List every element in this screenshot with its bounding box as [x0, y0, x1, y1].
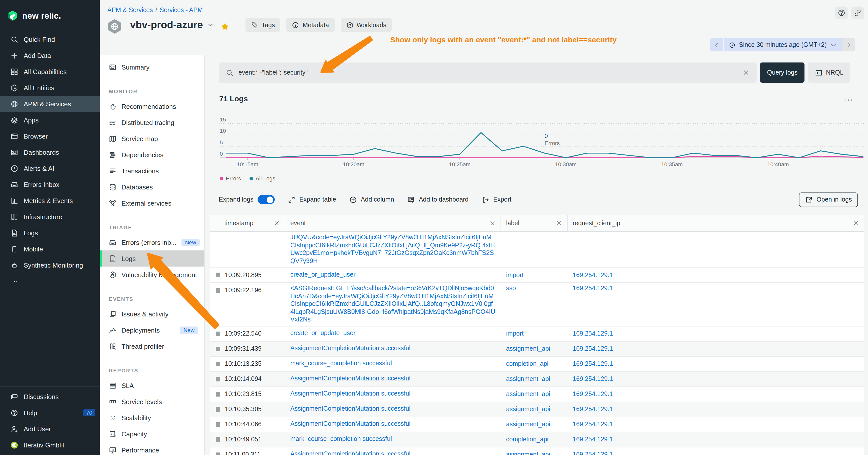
- subnav-item-logs[interactable]: Logs: [100, 251, 204, 266]
- clear-query-icon[interactable]: [743, 69, 749, 76]
- event-link[interactable]: AssignmentCompletionMutation successful: [290, 405, 410, 413]
- remove-column-icon[interactable]: [853, 220, 859, 226]
- log-row[interactable]: 10:10:13.235mark_course_completion succe…: [210, 357, 864, 371]
- event-link[interactable]: AssignmentCompletionMutation successful: [290, 390, 410, 397]
- entity-title[interactable]: vbv-prod-azure: [130, 19, 214, 31]
- subnav-item-distributed-tracing[interactable]: Distributed tracing: [100, 115, 204, 130]
- event-link[interactable]: JUQVU&code=eyJraWQiOiJjcGltY29yZV8wOTI1M…: [290, 234, 495, 264]
- subnav-item-capacity[interactable]: Capacity: [100, 426, 204, 442]
- label-link[interactable]: assignment_api: [506, 390, 550, 397]
- sidebar-item-apps[interactable]: Apps: [0, 112, 100, 128]
- event-link[interactable]: AssignmentCompletionMutation successful: [290, 345, 410, 352]
- sidebar-item-add-data[interactable]: Add Data: [0, 47, 100, 64]
- log-row[interactable]: 10:09:22.196<ASGIRequest: GET '/sso/call…: [210, 283, 864, 326]
- log-row[interactable]: 10:09:31.439AssignmentCompletionMutation…: [210, 342, 864, 357]
- sidebar-item-metrics-events[interactable]: Metrics & Events: [0, 193, 100, 208]
- sidebar-item-iterativ-gmbh[interactable]: Iterativ GmbH: [0, 437, 100, 453]
- metadata-button[interactable]: Metadata: [286, 18, 335, 32]
- log-row[interactable]: 10:09:20.895create_or_update_userimport1…: [210, 267, 864, 283]
- label-link[interactable]: import: [506, 330, 524, 337]
- ip-link[interactable]: 169.254.129.1: [572, 376, 613, 383]
- sidebar-item-add-user[interactable]: Add User: [0, 421, 100, 437]
- expand-table-button[interactable]: Expand table: [288, 196, 336, 203]
- add-column-button[interactable]: Add column: [349, 196, 394, 203]
- subnav-item-performance[interactable]: Performance: [100, 442, 204, 455]
- remove-column-icon[interactable]: [490, 220, 496, 226]
- more-options-icon[interactable]: [844, 96, 853, 104]
- subnav-item-external-services[interactable]: External services: [100, 195, 204, 211]
- log-row[interactable]: JUQVU&code=eyJraWQiOiJjcGltY29yZV8wOTI1M…: [210, 232, 864, 267]
- toggle-on-icon[interactable]: [257, 195, 275, 204]
- tags-button[interactable]: Tags: [246, 18, 280, 32]
- time-forward-button[interactable]: [842, 38, 856, 52]
- subnav-item-vulnerability-management[interactable]: Vulnerability Management: [100, 266, 204, 283]
- legend-item-all-logs[interactable]: All Logs: [249, 175, 275, 182]
- ip-link[interactable]: 169.254.129.1: [572, 390, 613, 397]
- event-link[interactable]: <ASGIRequest: GET '/sso/callback/?state=…: [290, 285, 495, 323]
- event-link[interactable]: mark_course_completion successful: [290, 435, 392, 443]
- ip-link[interactable]: 169.254.129.1: [572, 436, 613, 443]
- sidebar-item-browser[interactable]: Browser: [0, 128, 100, 144]
- sidebar-item-dashboards[interactable]: Dashboards: [0, 144, 100, 160]
- log-row[interactable]: 10:09:22.540create_or_update_userimport1…: [210, 326, 864, 342]
- subnav-item-transactions[interactable]: Transactions: [100, 163, 204, 179]
- sidebar-item-apm-services[interactable]: APM & Services: [0, 96, 100, 112]
- label-link[interactable]: sso: [506, 285, 516, 292]
- event-link[interactable]: AssignmentCompletionMutation successful: [290, 451, 410, 455]
- label-link[interactable]: import: [506, 271, 524, 279]
- sidebar-item-infrastructure[interactable]: Infrastructure: [0, 208, 100, 225]
- sidebar-item-logs[interactable]: Logs: [0, 225, 100, 241]
- ip-link[interactable]: 169.254.129.1: [572, 360, 613, 367]
- ip-link[interactable]: 169.254.129.1: [572, 285, 613, 292]
- log-row[interactable]: 10:10:35.305AssignmentCompletionMutation…: [210, 402, 864, 417]
- log-row[interactable]: 10:11:00.311AssignmentCompletionMutation…: [210, 447, 864, 455]
- copy-link-button[interactable]: [851, 6, 864, 19]
- sidebar-item-quick-find[interactable]: Quick Find: [0, 31, 100, 47]
- log-row[interactable]: 10:10:44.066AssignmentCompletionMutation…: [210, 417, 864, 432]
- breadcrumb-apm-services[interactable]: APM & Services: [107, 6, 153, 13]
- nrql-button[interactable]: NRQL: [808, 63, 850, 83]
- remove-column-icon[interactable]: [556, 220, 562, 226]
- subnav-item-sla[interactable]: SLA: [100, 378, 204, 393]
- sidebar-item-more[interactable]: [0, 273, 100, 289]
- sidebar-item-discussions[interactable]: Discussions: [0, 389, 100, 404]
- subnav-item-issues-activity[interactable]: Issues & activity: [100, 306, 204, 322]
- ip-link[interactable]: 169.254.129.1: [572, 345, 613, 352]
- legend-item-errors[interactable]: Errors: [220, 175, 241, 182]
- log-row[interactable]: 10:10:49.051mark_course_completion succe…: [210, 432, 864, 447]
- expand-logs-toggle[interactable]: Expand logs: [219, 195, 275, 204]
- subnav-item-recommendations[interactable]: Recommendations: [100, 98, 204, 115]
- subnav-item-dependencies[interactable]: Dependencies: [100, 147, 204, 163]
- sidebar-item-all-entities[interactable]: All Entities: [0, 79, 100, 96]
- event-link[interactable]: create_or_update_user: [290, 330, 355, 337]
- ip-link[interactable]: 169.254.129.1: [572, 330, 613, 337]
- export-button[interactable]: Export: [482, 196, 512, 203]
- subnav-item-errors-errors-inb[interactable]: Errors (errors inb...New: [100, 234, 204, 251]
- subnav-item-deployments[interactable]: DeploymentsNew: [100, 322, 204, 338]
- add-to-dashboard-button[interactable]: Add to dashboard: [407, 196, 468, 203]
- favorite-star-icon[interactable]: [220, 22, 229, 31]
- sidebar-item-all-capabilities[interactable]: All Capabilities: [0, 64, 100, 79]
- workloads-button[interactable]: Workloads: [341, 18, 392, 32]
- time-back-button[interactable]: [710, 38, 724, 52]
- label-link[interactable]: assignment_api: [506, 376, 550, 383]
- logs-timeseries-chart[interactable]: 15105010:15am10:20am10:25am10:30am10:35a…: [219, 113, 864, 169]
- label-link[interactable]: completion_api: [506, 436, 549, 443]
- event-link[interactable]: AssignmentCompletionMutation successful: [290, 421, 410, 427]
- subnav-item-scalability[interactable]: Scalability: [100, 410, 204, 426]
- open-in-logs-button[interactable]: Open in logs: [799, 192, 858, 207]
- ip-link[interactable]: 169.254.129.1: [572, 271, 613, 279]
- breadcrumb-services-apm[interactable]: Services - APM: [160, 6, 203, 13]
- sidebar-item-errors-inbox[interactable]: Errors Inbox: [0, 176, 100, 193]
- label-link[interactable]: assignment_api: [506, 345, 550, 352]
- event-link[interactable]: mark_course_completion successful: [290, 360, 392, 367]
- ip-link[interactable]: 169.254.129.1: [572, 451, 613, 455]
- sidebar-item-mobile[interactable]: Mobile: [0, 241, 100, 257]
- sidebar-item-alerts-ai[interactable]: Alerts & AI: [0, 160, 100, 176]
- help-button[interactable]: [835, 6, 848, 19]
- remove-column-icon[interactable]: [274, 220, 280, 226]
- ip-link[interactable]: 169.254.129.1: [572, 421, 613, 428]
- sidebar-item-help[interactable]: Help70: [0, 404, 100, 421]
- subnav-item-service-map[interactable]: Service map: [100, 130, 204, 147]
- subnav-item-summary[interactable]: Summary: [100, 59, 204, 75]
